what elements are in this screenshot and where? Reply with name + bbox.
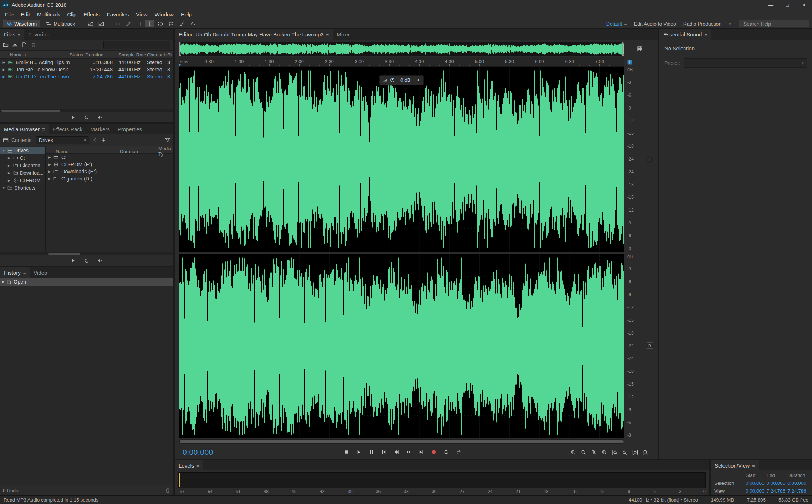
contents-dropdown[interactable]: Drives ▾ <box>36 136 89 144</box>
tree-item-drives[interactable]: ▼ Drives <box>0 147 45 154</box>
files-search-box[interactable] <box>103 41 170 49</box>
file-row[interactable]: ▶ Jon Ste...e Show Desk.mp3 13:30.448 44… <box>0 66 173 73</box>
column-sample-rate[interactable]: Sample Rate <box>118 52 147 57</box>
file-row-selected[interactable]: ▶ Uh Oh D...en The Law.mp3 7:24.786 4410… <box>0 73 173 80</box>
twisty-icon[interactable]: ▼ <box>2 186 6 190</box>
twisty-icon[interactable]: ▶ <box>8 171 11 175</box>
tab-files[interactable]: Files ≡ <box>0 29 24 40</box>
panel-menu-icon[interactable]: ≡ <box>704 32 707 37</box>
open-file-icon[interactable] <box>3 42 9 48</box>
pause-button[interactable] <box>366 448 377 457</box>
loop-icon[interactable] <box>84 258 90 264</box>
left-channel-badge[interactable]: L <box>647 157 653 163</box>
column-name[interactable]: Name ↑ <box>46 149 120 154</box>
help-search-input[interactable] <box>744 21 808 27</box>
zoom-out-time-button[interactable] <box>579 448 588 456</box>
tab-mixer[interactable]: Mixer <box>333 29 354 40</box>
zoom-out-full-button[interactable] <box>641 448 650 456</box>
view-start-value[interactable]: 0:00.000 <box>746 488 767 494</box>
selection-start-value[interactable]: 0:00.000 <box>746 480 767 486</box>
marquee-selection-tool-button[interactable] <box>156 20 165 27</box>
panel-menu-icon[interactable]: ≡ <box>326 32 329 37</box>
zoom-in-at-out-point-button[interactable] <box>620 448 629 456</box>
tab-effects-rack[interactable]: Effects Rack <box>49 124 87 134</box>
pin-hud-icon[interactable] <box>416 78 420 82</box>
menu-edit[interactable]: Edit <box>17 10 34 19</box>
close-button[interactable]: × <box>796 0 812 10</box>
twisty-icon[interactable]: ▶ <box>46 163 53 166</box>
time-display[interactable]: 0:00.000 <box>183 448 213 457</box>
scrollbar-thumb[interactable] <box>48 253 80 255</box>
zoom-to-selection-button[interactable] <box>630 448 640 456</box>
column-channels[interactable]: Channels <box>147 52 167 57</box>
waveform-view-button[interactable]: Waveform <box>3 20 40 27</box>
twisty-icon[interactable]: ▶ <box>0 68 8 71</box>
gain-value[interactable]: +0 dB <box>398 77 410 83</box>
record-button[interactable] <box>428 448 439 457</box>
level-meter[interactable] <box>178 472 706 488</box>
editor-horizontal-scrollbar[interactable] <box>179 439 624 444</box>
panel-menu-icon[interactable]: ≡ <box>752 463 755 468</box>
playhead-line[interactable] <box>179 67 179 438</box>
selection-duration-value[interactable]: 0:00.000 <box>787 480 808 486</box>
panel-menu-icon[interactable]: ≡ <box>42 127 45 132</box>
tab-editor[interactable]: Editor: Uh Oh Donald Trump May Have Brok… <box>175 29 333 40</box>
twisty-icon[interactable]: ▼ <box>2 149 6 152</box>
media-row[interactable]: ▶ Giganten (D:) <box>46 175 173 182</box>
timeline-ruler[interactable]: hms 0:301:001:302:002:303:003:304:004:30… <box>179 57 624 67</box>
display-options-icon[interactable] <box>637 46 643 52</box>
menu-clip[interactable]: Clip <box>63 10 80 19</box>
files-search-input[interactable] <box>108 42 173 48</box>
tab-levels[interactable]: Levels ≡ <box>175 460 203 470</box>
menu-window[interactable]: Window <box>151 10 177 19</box>
vertical-zoom-icon[interactable] <box>627 60 632 65</box>
menu-multitrack[interactable]: Multitrack <box>34 10 63 19</box>
twisty-icon[interactable]: ▶ <box>46 177 53 180</box>
media-row[interactable]: ▶ C: <box>46 154 173 161</box>
play-button[interactable] <box>353 448 364 457</box>
workspace-default[interactable]: Default ≡ <box>606 21 627 27</box>
zoom-in-amplitude-button[interactable] <box>589 448 598 456</box>
menu-help[interactable]: Help <box>177 10 195 19</box>
razor-tool-button[interactable] <box>124 20 133 27</box>
time-selection-tool-button[interactable] <box>145 20 154 27</box>
play-icon[interactable] <box>70 258 76 264</box>
tab-markers[interactable]: Markers <box>87 124 114 134</box>
auto-play-speaker-icon[interactable] <box>97 258 103 264</box>
gain-knob[interactable] <box>390 77 395 83</box>
move-playhead-to-previous-button[interactable] <box>378 448 389 457</box>
spectral-pitch-button[interactable] <box>97 20 106 27</box>
playhead-marker[interactable] <box>179 64 181 67</box>
tab-media-browser[interactable]: Media Browser ≡ <box>0 124 49 134</box>
stop-button[interactable] <box>341 448 352 457</box>
twisty-icon[interactable]: ▶ <box>8 156 11 160</box>
twisty-icon[interactable]: ▶ <box>0 61 8 64</box>
rewind-button[interactable] <box>391 448 402 457</box>
file-row[interactable]: ▶ Emily B... Acting Tips.mp3 5:16.368 44… <box>0 59 173 66</box>
lasso-selection-tool-button[interactable] <box>167 20 175 27</box>
spot-healing-tool-button[interactable] <box>188 20 197 27</box>
tree-item-downloads[interactable]: ▶ Downloa... <box>0 169 45 177</box>
column-status[interactable]: Status <box>70 52 85 57</box>
workspace-edit-audio-to-video[interactable]: Edit Audio to Video <box>634 21 676 27</box>
media-horizontal-scrollbar[interactable] <box>0 252 173 255</box>
view-duration-value[interactable]: 7:24.786 <box>787 488 808 494</box>
workspace-menu-icon[interactable]: ≡ <box>624 21 627 26</box>
media-type-filter-icon[interactable] <box>3 137 9 143</box>
view-end-value[interactable]: 7:24.786 <box>767 488 788 494</box>
menu-favorites[interactable]: Favorites <box>103 10 133 19</box>
add-shortcut-icon[interactable] <box>101 137 106 143</box>
preset-dropdown[interactable]: ▾ <box>684 58 807 68</box>
tab-essential-sound[interactable]: Essential Sound ≡ <box>659 29 711 40</box>
twisty-icon[interactable]: ▶ <box>0 75 8 78</box>
zoom-in-time-button[interactable] <box>568 448 578 456</box>
skip-selection-button[interactable] <box>453 448 464 457</box>
up-level-icon[interactable] <box>92 137 98 143</box>
overview-waveform[interactable] <box>179 42 624 56</box>
slip-tool-button[interactable] <box>134 20 143 27</box>
tab-favorites[interactable]: Favorites <box>24 29 54 40</box>
twisty-icon[interactable]: ▶ <box>8 164 11 167</box>
files-horizontal-scrollbar[interactable] <box>0 109 173 112</box>
twisty-icon[interactable]: ▶ <box>46 170 53 173</box>
trash-icon[interactable] <box>31 42 36 48</box>
